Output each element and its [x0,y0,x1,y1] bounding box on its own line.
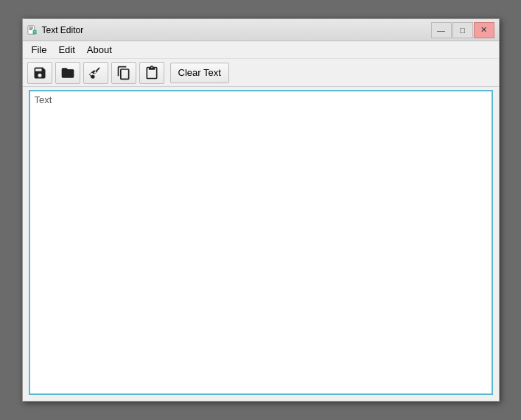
title-bar-left: T Text Editor [27,25,84,35]
title-bar-controls: — □ ✕ [431,22,494,38]
svg-rect-1 [29,27,32,27]
cut-button[interactable] [83,62,108,84]
window-title: Text Editor [42,25,84,35]
copy-button[interactable] [111,62,136,84]
cut-icon [88,66,103,80]
title-bar: T Text Editor — □ ✕ [23,19,499,41]
minimize-button[interactable]: — [431,22,452,38]
paste-button[interactable] [139,62,164,84]
text-editor-input[interactable]: Text [30,91,492,393]
clear-text-button[interactable]: Clear Text [170,63,229,83]
svg-text:T: T [33,30,35,34]
menu-bar: File Edit About [23,41,499,59]
menu-about[interactable]: About [81,43,118,57]
menu-edit[interactable]: Edit [52,43,80,57]
copy-icon [116,66,131,80]
close-button[interactable]: ✕ [474,22,494,38]
open-icon [60,66,75,80]
toolbar: Clear Text [23,59,499,87]
svg-rect-3 [29,29,32,30]
editor-area: Text [29,90,493,395]
open-button[interactable] [55,62,80,84]
title-icon: T [27,25,38,35]
maximize-button[interactable]: □ [452,22,473,38]
svg-rect-2 [29,28,32,29]
save-icon [32,66,47,80]
main-window: T Text Editor — □ ✕ File Edit About [22,18,500,402]
menu-file[interactable]: File [26,43,53,57]
paste-icon [144,66,159,80]
save-button[interactable] [27,62,52,84]
